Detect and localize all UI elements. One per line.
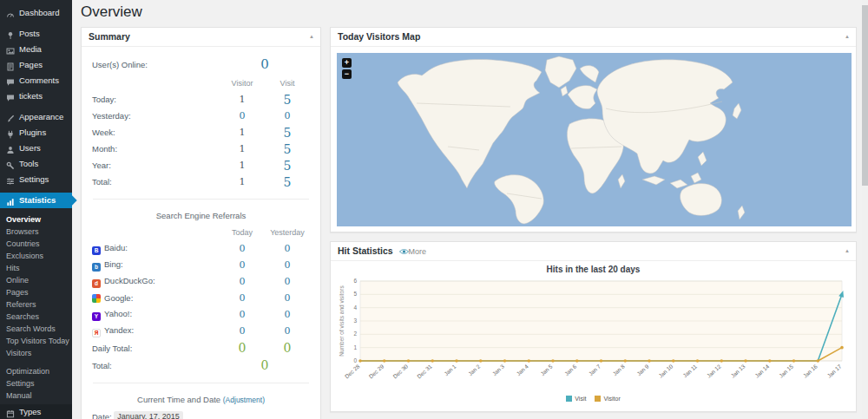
sidebar-item-plugins[interactable]: Plugins (0, 125, 72, 141)
world-map[interactable]: + − (337, 53, 852, 226)
svg-text:Jan 7: Jan 7 (588, 363, 602, 376)
referral-yesterday-value[interactable]: 0 (285, 292, 291, 304)
submenu-item-online[interactable]: Online (0, 274, 72, 286)
summary-row: Month:15 (92, 141, 310, 157)
map-zoom-in-button[interactable]: + (342, 58, 352, 68)
summary-row: Week:15 (92, 124, 310, 141)
pushpin-icon (6, 31, 15, 40)
sidebar-item-dashboard[interactable]: Dashboard (0, 5, 72, 21)
svg-text:Jan 11: Jan 11 (681, 363, 698, 378)
referral-today-value[interactable]: 0 (240, 325, 246, 337)
daily-total-yesterday-value[interactable]: 0 (284, 341, 292, 355)
map-japan (733, 103, 741, 119)
submenu-item-overview[interactable]: Overview (0, 213, 72, 226)
sidebar-item-tools[interactable]: Tools (0, 156, 72, 172)
visit-value[interactable]: 5 (284, 126, 292, 140)
referral-today-value[interactable]: 0 (240, 243, 246, 254)
sidebar-item-appearance[interactable]: Appearance (0, 109, 72, 125)
referral-today-value[interactable]: 0 (240, 292, 246, 304)
svg-text:Jan 5: Jan 5 (539, 363, 554, 376)
collapse-arrow-icon[interactable]: ▲ (309, 28, 314, 46)
referrals-table: BBaidu:00bBing:00dDuckDuckGo:00Google:00… (92, 240, 310, 339)
submenu-item-countries[interactable]: Countries (0, 238, 72, 250)
submenu-item-settings[interactable]: Settings (0, 377, 72, 390)
referral-row: dDuckDuckGo:00 (92, 273, 310, 290)
svg-text:Jan 6: Jan 6 (563, 363, 578, 376)
yandex-favicon: Я (92, 329, 101, 337)
summary-panel-header: Summary ▲ (82, 28, 320, 47)
sidebar-item-pages[interactable]: Pages (0, 57, 72, 73)
submenu-item-searches[interactable]: Searches (0, 311, 72, 323)
submenu-item-optimization[interactable]: Optimization (0, 365, 72, 377)
referral-row: YYahoo!:00 (92, 306, 310, 323)
svg-text:0: 0 (353, 357, 357, 363)
map-zoom-out-button[interactable]: − (342, 69, 352, 79)
adjustment-link[interactable]: (Adjustment) (223, 396, 265, 404)
map-indonesia (642, 176, 665, 185)
daily-total-today-value[interactable]: 0 (239, 341, 247, 355)
map-panel-header: Today Visitors Map ▲ (331, 28, 856, 47)
page-title: Overview (81, 3, 142, 21)
svg-text:Jan 15: Jan 15 (778, 363, 794, 379)
referral-yesterday-value[interactable]: 0 (285, 276, 291, 287)
scrollbar-thumb[interactable] (862, 5, 868, 186)
svg-text:2: 2 (353, 331, 357, 337)
svg-text:Dec 29: Dec 29 (367, 363, 385, 379)
sidebar-item-media[interactable]: Media (0, 42, 72, 57)
svg-text:Jan 17: Jan 17 (825, 363, 842, 379)
visitor-value[interactable]: 1 (240, 143, 246, 154)
referral-today-value[interactable]: 0 (240, 259, 246, 271)
users-online-value[interactable]: 0 (260, 56, 269, 72)
submenu-item-exclusions[interactable]: Exclusions (0, 250, 72, 262)
visit-value[interactable]: 5 (284, 93, 292, 107)
sidebar-item-settings[interactable]: Settings (0, 172, 72, 187)
yesterday-column-header: Yesterday (265, 228, 310, 237)
svg-text:Jan 12: Jan 12 (706, 363, 722, 379)
page-scrollbar[interactable] (862, 0, 868, 419)
submenu-item-pages[interactable]: Pages (0, 286, 72, 298)
submenu-item-manual[interactable]: Manual (0, 390, 72, 402)
referral-yesterday-value[interactable]: 0 (285, 325, 291, 337)
referral-yesterday-value[interactable]: 0 (285, 259, 291, 271)
visit-value[interactable]: 5 (284, 175, 292, 189)
submenu-item-hits[interactable]: Hits (0, 262, 72, 274)
sidebar-item-comments[interactable]: Comments (0, 73, 72, 88)
statistics-icon (6, 198, 15, 206)
sidebar-item-posts[interactable]: Posts (0, 26, 72, 42)
submenu-item-browsers[interactable]: Browsers (0, 226, 72, 238)
sidebar-item-users[interactable]: Users (0, 141, 72, 156)
collapse-arrow-icon[interactable]: ▲ (845, 28, 850, 46)
media-icon (6, 47, 15, 56)
visit-value[interactable]: 0 (285, 110, 291, 121)
svg-text:Jan 16: Jan 16 (802, 363, 819, 379)
visitor-value[interactable]: 1 (240, 160, 246, 171)
pages-icon (6, 62, 15, 71)
submenu-item-top-visitors-today[interactable]: Top Visitors Today (0, 335, 72, 347)
visitor-value[interactable]: 1 (240, 176, 246, 187)
visit-value[interactable]: 5 (284, 142, 292, 156)
visitor-value[interactable]: 0 (240, 110, 246, 121)
svg-text:Jan 10: Jan 10 (657, 363, 674, 379)
map-indonesia-2 (670, 180, 687, 188)
visit-value[interactable]: 5 (284, 159, 292, 173)
referral-today-value[interactable]: 0 (240, 276, 246, 287)
visitor-value[interactable]: 1 (240, 127, 246, 138)
referral-yesterday-value[interactable]: 0 (285, 309, 291, 320)
more-link[interactable]: More (409, 247, 427, 256)
referrals-total-value[interactable]: 0 (261, 358, 269, 372)
hits-chart: 0123456Dec 28Dec 29Dec 30Dec 31Jan 1Jan … (338, 274, 849, 399)
tools-icon (6, 161, 15, 170)
referral-today-value[interactable]: 0 (240, 309, 246, 320)
sidebar-item-types[interactable]: Types (0, 404, 72, 419)
collapse-arrow-icon[interactable]: ▲ (845, 242, 850, 260)
visitor-value[interactable]: 1 (240, 94, 246, 105)
submenu-item-visitors[interactable]: Visitors (0, 347, 72, 359)
submenu-item-search-words[interactable]: Search Words (0, 323, 72, 335)
svg-text:Number of visits and visitors: Number of visits and visitors (339, 285, 345, 357)
referral-yesterday-value[interactable]: 0 (285, 243, 291, 254)
sidebar-item-statistics[interactable]: Statistics (0, 193, 72, 208)
sidebar-item-tickets[interactable]: tickets (0, 88, 72, 104)
users-online-label: User(s) Online: (92, 60, 220, 69)
submenu-item-referers[interactable]: Referers (0, 298, 72, 311)
today-column-header: Today (220, 228, 265, 237)
